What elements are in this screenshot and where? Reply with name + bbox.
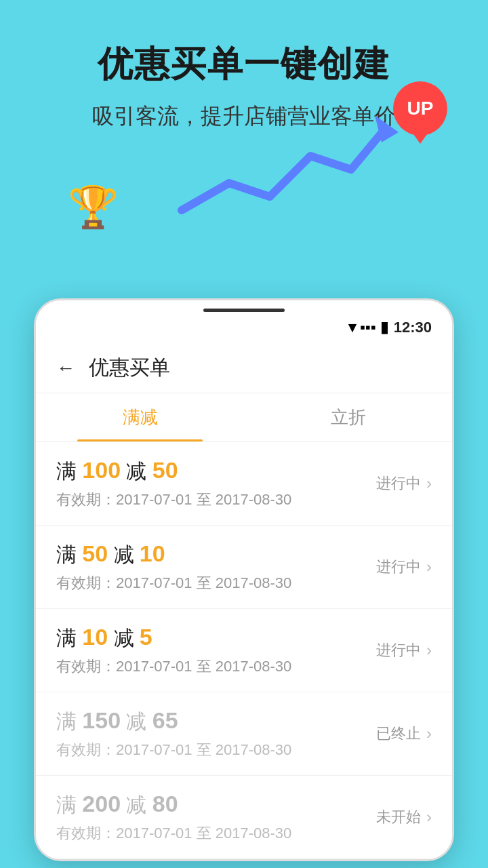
deal-title-1: 满 100 减 50: [56, 457, 376, 486]
deal-info-4: 满 150 减 65 有效期：2017-07-01 至 2017-08-30: [56, 707, 376, 760]
status-time: 12:30: [394, 319, 432, 336]
deal-item-2[interactable]: 满 50 减 10 有效期：2017-07-01 至 2017-08-30 进行…: [36, 526, 452, 609]
deals-list: 满 100 减 50 有效期：2017-07-01 至 2017-08-30 进…: [36, 442, 452, 859]
chevron-icon-3: ›: [426, 641, 432, 660]
chevron-icon-5: ›: [426, 808, 432, 827]
deal-item-4[interactable]: 满 150 减 65 有效期：2017-07-01 至 2017-08-30 已…: [36, 692, 452, 776]
deal-validity-1: 有效期：2017-07-01 至 2017-08-30: [56, 490, 376, 510]
app-header: ← 优惠买单: [36, 343, 452, 393]
deal-validity-2: 有效期：2017-07-01 至 2017-08-30: [56, 573, 376, 593]
status-bar: ▾ ▪▪▪ ▮ 12:30: [36, 312, 452, 343]
back-button[interactable]: ←: [56, 357, 75, 379]
phone-mockup: ▾ ▪▪▪ ▮ 12:30 ← 优惠买单 满减 立折 满 1: [34, 298, 454, 861]
phone-wrapper: ▾ ▪▪▪ ▮ 12:30 ← 优惠买单 满减 立折 满 1: [34, 298, 454, 861]
battery-icon: ▮: [380, 319, 388, 336]
main-title: 优惠买单一键创建: [27, 41, 461, 88]
deal-title-4: 满 150 减 65: [56, 707, 376, 736]
deal-item-1[interactable]: 满 100 减 50 有效期：2017-07-01 至 2017-08-30 进…: [36, 442, 452, 526]
deal-title-3: 满 10 减 5: [56, 624, 376, 652]
wifi-icon: ▾: [348, 319, 356, 336]
top-section: 优惠买单一键创建 吸引客流，提升店铺营业客单价 UP 🏆: [0, 0, 488, 312]
deal-info-2: 满 50 减 10 有效期：2017-07-01 至 2017-08-30: [56, 540, 376, 593]
deal-info-5: 满 200 减 80 有效期：2017-07-01 至 2017-08-30: [56, 791, 376, 844]
deal-item-5[interactable]: 满 200 减 80 有效期：2017-07-01 至 2017-08-30 未…: [36, 776, 452, 859]
deal-validity-5: 有效期：2017-07-01 至 2017-08-30: [56, 823, 376, 844]
status-icons: ▾ ▪▪▪ ▮: [348, 319, 388, 336]
trophy-icon: 🏆: [68, 183, 119, 231]
tab-lizhe[interactable]: 立折: [244, 393, 452, 441]
tabs-bar: 满减 立折: [36, 393, 452, 442]
deal-status-4: 已终止 ›: [376, 724, 432, 744]
deal-validity-3: 有效期：2017-07-01 至 2017-08-30: [56, 656, 376, 677]
phone-notch: [36, 300, 452, 312]
chevron-icon-1: ›: [426, 474, 432, 493]
deal-title-5: 满 200 减 80: [56, 791, 376, 819]
deal-status-5: 未开始 ›: [376, 807, 432, 827]
deal-status-3: 进行中 ›: [376, 640, 432, 660]
trend-arrow: [175, 95, 405, 244]
app-title: 优惠买单: [89, 354, 170, 382]
deal-item-3[interactable]: 满 10 减 5 有效期：2017-07-01 至 2017-08-30 进行中…: [36, 609, 452, 692]
chevron-icon-2: ›: [426, 557, 432, 576]
tab-manzhan[interactable]: 满减: [36, 393, 244, 441]
home-indicator: [203, 309, 285, 312]
deal-status-1: 进行中 ›: [376, 473, 432, 494]
deal-info-3: 满 10 减 5 有效期：2017-07-01 至 2017-08-30: [56, 624, 376, 677]
signal-icon: ▪▪▪: [360, 319, 375, 336]
chevron-icon-4: ›: [426, 724, 432, 743]
deal-validity-4: 有效期：2017-07-01 至 2017-08-30: [56, 740, 376, 760]
deal-status-2: 进行中 ›: [376, 557, 432, 577]
deal-info-1: 满 100 减 50 有效期：2017-07-01 至 2017-08-30: [56, 457, 376, 510]
deal-title-2: 满 50 减 10: [56, 540, 376, 569]
